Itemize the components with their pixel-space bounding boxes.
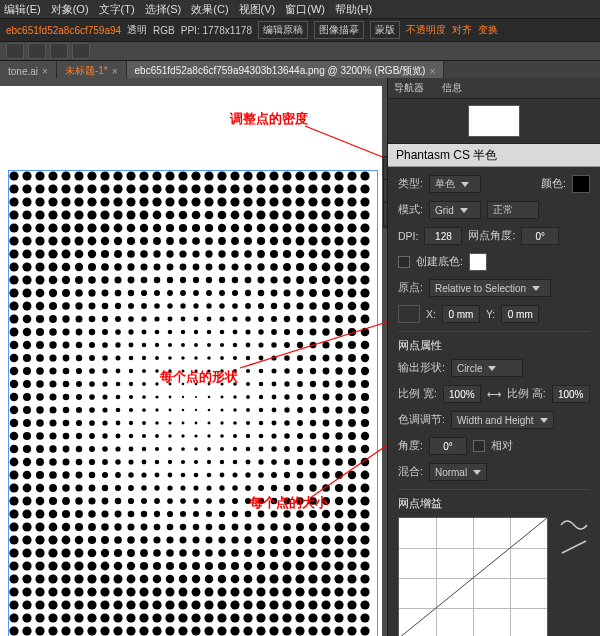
dot-angle-label: 网点角度: <box>468 229 515 243</box>
mode-label: 模式: <box>398 203 423 217</box>
menu-view[interactable]: 视图(V) <box>239 2 276 17</box>
output-shape-label: 输出形状: <box>398 361 445 375</box>
menu-help[interactable]: 帮助(H) <box>335 2 372 17</box>
tab-info[interactable]: 信息 <box>442 81 462 95</box>
workspace: 调整点的密度 每个点的形状 每个点的大小 导航器 信息 Phantasm CS … <box>0 78 600 636</box>
output-shape-dropdown[interactable]: Circle <box>451 359 523 377</box>
dot-gain-section: 网点增益 <box>398 496 590 511</box>
menu-text[interactable]: 文字(T) <box>99 2 135 17</box>
dpi-input[interactable]: 128 <box>424 227 462 245</box>
mode-dropdown[interactable]: Grid <box>429 201 481 219</box>
pathop-1-icon[interactable] <box>6 43 24 59</box>
close-icon[interactable]: × <box>42 66 48 77</box>
edit-original-button[interactable]: 编辑原稿 <box>258 21 308 39</box>
line-preset-icon[interactable] <box>560 539 588 555</box>
color-swatch[interactable] <box>572 175 590 193</box>
chevron-down-icon <box>532 286 540 291</box>
x-label: X: <box>426 308 436 320</box>
relative-checkbox[interactable] <box>473 440 485 452</box>
menu-object[interactable]: 对象(O) <box>51 2 89 17</box>
dpi-label: DPI: <box>398 230 418 242</box>
color-label: 颜色: <box>541 177 566 191</box>
chevron-down-icon <box>461 182 469 187</box>
ratio-h-label: 比例 高: <box>507 387 546 401</box>
options-bar: ebc651fd52a8c6cf759a94 透明 RGB PPI: 1778x… <box>0 18 600 42</box>
origin-dropdown[interactable]: Relative to Selection <box>429 279 551 297</box>
menu-select[interactable]: 选择(S) <box>145 2 182 17</box>
tone-adjust-label: 色调调节: <box>398 413 445 427</box>
linked-file-hash[interactable]: ebc651fd52a8c6cf759a94 <box>6 25 121 36</box>
info-transparent: 透明 <box>127 23 147 37</box>
ratio-h-input[interactable]: 100% <box>552 385 590 403</box>
close-icon[interactable]: × <box>429 66 435 77</box>
chevron-down-icon <box>540 418 548 423</box>
annotation-shape: 每个点的形状 <box>160 368 238 386</box>
pathop-3-icon[interactable] <box>50 43 68 59</box>
image-trace-button[interactable]: 图像描摹 <box>314 21 364 39</box>
chevron-down-icon <box>488 366 496 371</box>
origin-label: 原点: <box>398 281 423 295</box>
blend-dropdown[interactable]: Normal <box>429 463 487 481</box>
type-label: 类型: <box>398 177 423 191</box>
menu-effect[interactable]: 效果(C) <box>191 2 228 17</box>
blend-label: 混合: <box>398 465 423 479</box>
dot-prop-section: 网点属性 <box>398 338 590 353</box>
curve-preset-icon[interactable] <box>560 517 588 533</box>
create-bg-checkbox[interactable] <box>398 256 410 268</box>
dot-angle-input[interactable]: 0° <box>521 227 559 245</box>
phantasm-panel: 类型: 单色 颜色: 模式: Grid 正常 DPI: 128 网点角度: 0°… <box>388 167 600 636</box>
bg-swatch[interactable] <box>469 253 487 271</box>
normal-button[interactable]: 正常 <box>487 201 539 219</box>
chevron-down-icon <box>460 208 468 213</box>
navigator-preview[interactable] <box>388 99 600 144</box>
tab-label: ebc651fd52a8c6cf759a94303b13644a.png @ 3… <box>135 64 426 78</box>
panel-tabs: 导航器 信息 <box>388 78 600 99</box>
relative-label: 相对 <box>491 439 513 453</box>
mask-button[interactable]: 蒙版 <box>370 21 400 39</box>
pathop-4-icon[interactable] <box>72 43 90 59</box>
svg-line-1013 <box>562 541 586 553</box>
svg-line-1012 <box>399 518 547 636</box>
create-bg-label: 创建底色: <box>416 255 463 269</box>
phantasm-title: Phantasm CS 半色 <box>388 144 600 167</box>
chevron-down-icon <box>473 470 481 475</box>
transform-label[interactable]: 变换 <box>478 23 498 37</box>
path-op-icons <box>6 43 90 59</box>
reference-point-icon[interactable] <box>398 305 420 323</box>
tone-adjust-dropdown[interactable]: Width and Height <box>451 411 554 429</box>
align-label[interactable]: 对齐 <box>452 23 472 37</box>
menu-edit[interactable]: 编辑(E) <box>4 2 41 17</box>
pathop-2-icon[interactable] <box>28 43 46 59</box>
ratio-w-input[interactable]: 100% <box>443 385 481 403</box>
angle2-input[interactable]: 0° <box>429 437 467 455</box>
type-dropdown[interactable]: 单色 <box>429 175 481 193</box>
x-input[interactable]: 0 mm <box>442 305 480 323</box>
angle2-label: 角度: <box>398 439 423 453</box>
info-ppi: PPI: 1778x1178 <box>181 25 252 36</box>
tab-label: tone.ai <box>8 66 38 77</box>
menu-window[interactable]: 窗口(W) <box>285 2 325 17</box>
curve-graph[interactable] <box>398 517 548 636</box>
ratio-w-label: 比例 宽: <box>398 387 437 401</box>
tool-options-row <box>0 42 600 61</box>
right-panels: 导航器 信息 Phantasm CS 半色 类型: 单色 颜色: 模式: Gri… <box>387 78 600 636</box>
annotation-density: 调整点的密度 <box>230 110 308 128</box>
opacity-label[interactable]: 不透明度 <box>406 23 446 37</box>
tab-navigator[interactable]: 导航器 <box>394 81 424 95</box>
y-label: Y: <box>486 308 495 320</box>
info-colormode: RGB <box>153 25 175 36</box>
tab-label: 未标题-1* <box>65 64 108 78</box>
menu-bar: 编辑(E) 对象(O) 文字(T) 选择(S) 效果(C) 视图(V) 窗口(W… <box>0 0 600 18</box>
y-input[interactable]: 0 mm <box>501 305 539 323</box>
link-icon[interactable]: ⟷ <box>487 389 501 400</box>
close-icon[interactable]: × <box>112 66 118 77</box>
